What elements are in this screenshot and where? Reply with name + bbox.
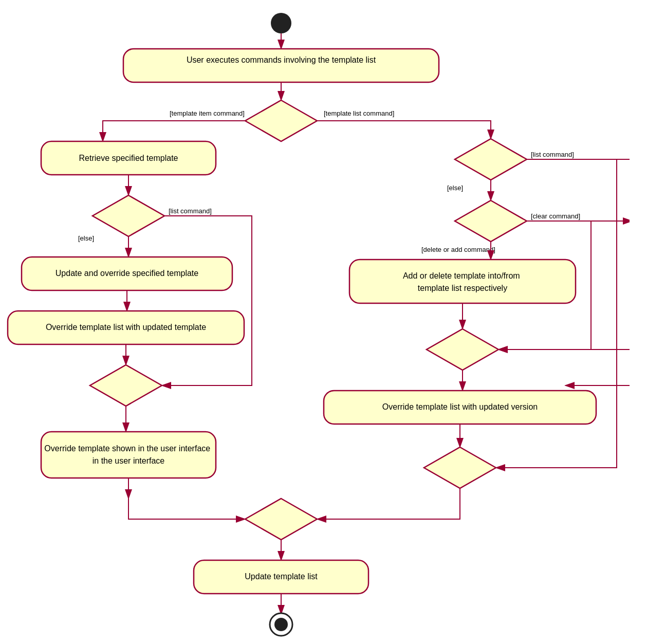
label-list-cmd-d2: [list command] — [169, 207, 212, 215]
label-template-item: [template item command] — [170, 109, 245, 117]
node-override-updated-template-text: Override template list with updated temp… — [46, 323, 206, 332]
diamond-d8 — [424, 447, 496, 488]
diamond-d1 — [245, 100, 317, 141]
diagram-container: User executes commands involving the tem… — [0, 0, 665, 644]
activity-diagram: User executes commands involving the tem… — [0, 0, 665, 644]
diamond-d5 — [455, 139, 527, 180]
diamond-d6 — [455, 200, 527, 242]
arrow-d8-d4 — [317, 488, 460, 519]
label-else-d2: [else] — [78, 234, 94, 242]
start-node — [271, 13, 291, 33]
label-else-d5: [else] — [447, 184, 463, 192]
diamond-d2 — [93, 195, 164, 236]
diamond-d3 — [90, 365, 162, 406]
cover1 — [630, 157, 637, 491]
node-user-executes — [123, 49, 439, 82]
label-clear-cmd: [clear command] — [531, 212, 580, 220]
diamond-d4 — [245, 499, 317, 540]
label-list-cmd-d5: [list command] — [531, 151, 574, 158]
end-node-inner — [274, 618, 288, 631]
node-user-executes-text: User executes commands involving the tem… — [187, 56, 376, 64]
node-override-version-text: Override template list with updated vers… — [382, 402, 538, 411]
diamond-d7 — [427, 329, 498, 370]
node-retrieve-text: Retrieve specified template — [79, 154, 178, 162]
label-delete-add: [delete or add command] — [421, 246, 495, 253]
node-override-ui — [41, 432, 216, 478]
arrow-d2-list-d3 — [162, 216, 252, 385]
arrow-d1-d5 — [317, 121, 491, 139]
arrow-d1-n2 — [103, 121, 245, 141]
arrow-n5-d4-merge — [128, 478, 245, 519]
node-update-override-text: Update and override specified template — [56, 269, 198, 278]
node-add-delete — [349, 260, 576, 303]
node-update-list-text: Update template list — [245, 572, 318, 581]
label-template-list: [template list command] — [324, 109, 394, 117]
